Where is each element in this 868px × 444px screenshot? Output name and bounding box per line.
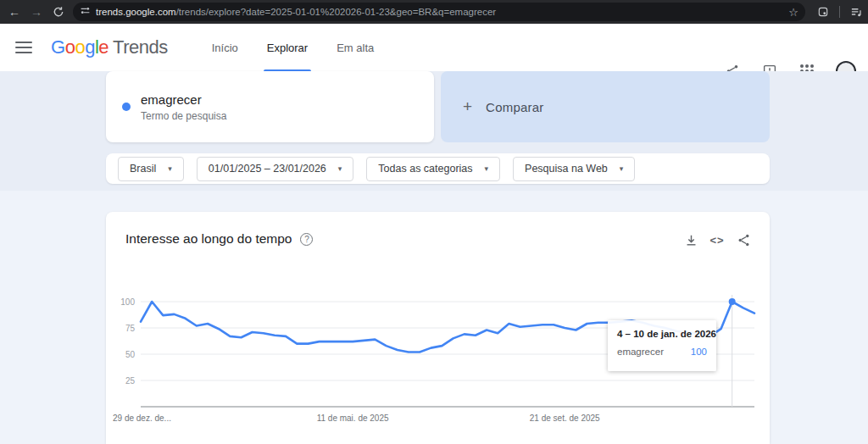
y-axis-label: 25 (125, 376, 136, 386)
bookmark-star-icon[interactable]: ☆ (788, 6, 798, 19)
filter-geo[interactable]: Brasil▾ (118, 157, 184, 181)
chart-tooltip: 4 – 10 de jan. de 2026 emagrecer 100 (608, 320, 716, 371)
tab-explorar[interactable]: Explorar (267, 24, 308, 71)
interest-over-time-card: Interesse ao longo do tempo ? <> 2550751… (106, 212, 770, 444)
main-nav-tabs: InícioExplorarEm alta (212, 24, 375, 71)
reading-list-icon[interactable] (845, 3, 867, 21)
compare-label: Comparar (486, 100, 543, 114)
filter-search-type[interactable]: Pesquisa na Web▾ (513, 157, 635, 181)
back-icon[interactable]: ← (3, 3, 25, 21)
filter-bar: Brasil▾01/01/2025 – 23/01/2026▾Todas as … (106, 153, 770, 184)
compare-button[interactable]: + Comparar (441, 71, 770, 142)
series-color-dot (122, 103, 131, 111)
address-bar[interactable]: trends.google.com/trends/explore?date=20… (73, 3, 805, 21)
x-axis-label: 11 de mai. de 2025 (317, 413, 389, 423)
plus-icon: + (463, 97, 472, 116)
menu-icon[interactable] (15, 42, 32, 53)
tab-organize-icon[interactable] (812, 3, 834, 21)
google-trends-logo[interactable]: Google Trends (51, 36, 168, 58)
embed-icon[interactable]: <> (709, 232, 725, 247)
chart-share-icon[interactable] (736, 232, 751, 247)
x-axis-label: 29 de dez. de... (113, 413, 171, 423)
chevron-down-icon: ▾ (620, 164, 624, 173)
chart-title: Interesse ao longo do tempo (125, 231, 292, 247)
x-axis-label: 21 de set. de 2025 (530, 413, 600, 423)
tooltip-value: 100 (691, 347, 707, 357)
interest-over-time-chart[interactable]: 25507510029 de dez. de...11 de mai. de 2… (113, 288, 765, 441)
y-axis-label: 50 (125, 350, 136, 359)
filter-date-range[interactable]: 01/01/2025 – 23/01/2026▾ (197, 157, 354, 181)
forward-icon[interactable]: → (25, 3, 47, 21)
trends-wordmark: Trends (113, 36, 168, 58)
reload-icon[interactable] (47, 3, 70, 21)
y-axis-label: 75 (125, 324, 136, 333)
site-info-icon[interactable] (80, 4, 91, 19)
download-icon[interactable] (683, 232, 698, 247)
search-term-card[interactable]: emagrecer Termo de pesquisa (106, 71, 434, 142)
chevron-down-icon: ▾ (168, 164, 172, 173)
toolbar-divider (839, 6, 840, 18)
chevron-down-icon: ▾ (338, 164, 342, 173)
browser-toolbar: ← → trends.google.com/trends/explore?dat… (0, 0, 868, 24)
help-icon[interactable]: ? (300, 233, 313, 246)
tab-inicio[interactable]: Início (212, 24, 238, 71)
search-term: emagrecer (141, 92, 226, 107)
tab-em-alta[interactable]: Em alta (337, 24, 374, 71)
trends-header: Google Trends InícioExplorarEm alta (0, 24, 868, 71)
chevron-down-icon: ▾ (485, 164, 489, 173)
google-wordmark: Google (51, 36, 108, 58)
url-text: trends.google.com/trends/explore?date=20… (96, 7, 783, 17)
tooltip-term: emagrecer (617, 347, 664, 357)
search-term-type: Termo de pesquisa (141, 110, 226, 122)
tooltip-date: 4 – 10 de jan. de 2026 (617, 329, 707, 339)
filter-category[interactable]: Todas as categorias▾ (366, 157, 500, 181)
y-axis-label: 100 (120, 297, 135, 307)
